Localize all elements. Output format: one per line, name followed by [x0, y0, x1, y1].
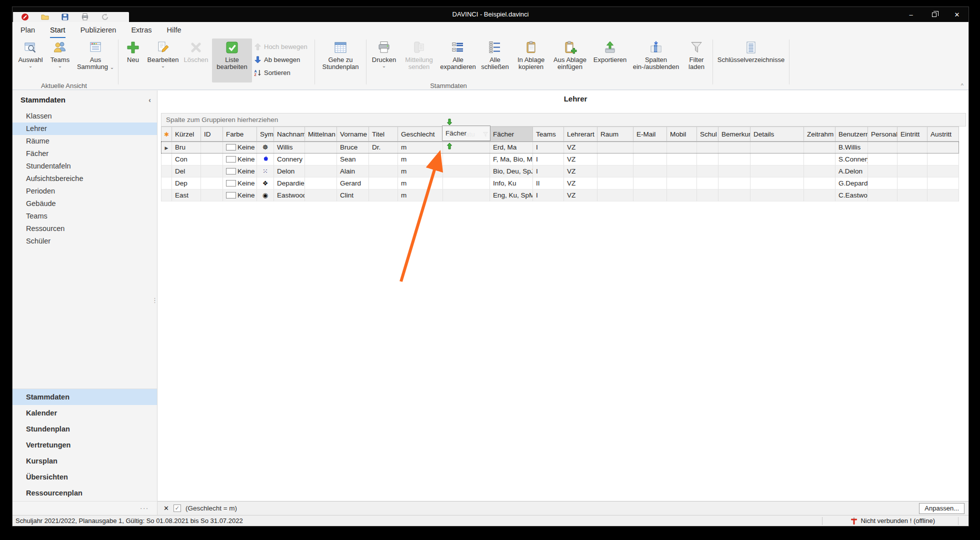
cell-nachname: Eastwood [274, 190, 305, 202]
cell-benutzername: A.Delon [836, 166, 868, 178]
table-row-con[interactable]: ConKeineConnerySeanmF, Ma, Bio, MuIVZS.C… [161, 154, 959, 166]
column-header-benutzername[interactable]: Benutzern [836, 126, 868, 142]
sidebar-item-lehrer[interactable]: Lehrer [12, 122, 157, 135]
cell-faecher: Eng, Ku, SpM [490, 190, 533, 202]
column-header-vorname[interactable]: Vorname [337, 126, 369, 142]
tab-publizieren[interactable]: Publizieren [80, 26, 116, 38]
anpassen-button[interactable]: Anpassen... [919, 503, 964, 514]
cell-email [634, 142, 667, 154]
liste-bearbeiten-button[interactable]: Liste bearbeiten [212, 38, 252, 82]
sidebar-item-klassen[interactable]: Klassen [12, 110, 157, 122]
sidebar-item-aufsichtsbereiche[interactable]: Aufsichtsbereiche [12, 172, 157, 185]
cell-benutzername: C.Eastwood [836, 190, 868, 202]
column-header-zeitrahmen[interactable]: Zeitrahm [804, 126, 836, 142]
cell-titel [369, 154, 398, 166]
bearbeiten-button[interactable]: Bearbeiten⌄ [146, 38, 180, 82]
column-header-lehrerart[interactable]: Lehrerart [564, 126, 598, 142]
clipboard-plus-icon [562, 40, 578, 55]
sidebar-collapse-icon[interactable]: ‹ [148, 96, 151, 104]
column-header-raum[interactable]: Raum [598, 126, 634, 142]
column-header-mittelname[interactable]: Mittelnan [305, 126, 337, 142]
column-header-bemerkung[interactable]: Bemerkur [718, 126, 750, 142]
cell-schul [697, 142, 718, 154]
drucken-button[interactable]: Drucken⌄ [368, 38, 400, 82]
ab-bewegen-button[interactable]: Ab bewegen [252, 54, 313, 66]
column-header-email[interactable]: E-Mail [634, 126, 667, 142]
column-header-personalnr[interactable]: Personaln [868, 126, 898, 142]
minimize-button[interactable]: – [900, 7, 922, 22]
filter-laden-button[interactable]: Filter laden [682, 38, 711, 82]
restore-button[interactable] [922, 7, 946, 22]
column-header-geschlecht[interactable]: Geschlecht [398, 126, 443, 142]
sidebar-item-teams[interactable]: Teams [12, 210, 157, 222]
ribbon-collapse-icon[interactable]: ^ [961, 82, 964, 88]
sidebar-item-ressourcen[interactable]: Ressourcen [12, 222, 157, 235]
module-nav-kalender[interactable]: Kalender [12, 405, 157, 421]
column-header-farbe[interactable]: Farbe [223, 126, 257, 142]
close-button[interactable]: ✕ [946, 7, 968, 22]
sortieren-button[interactable]: AZ Sortieren [252, 66, 313, 78]
aus-ablage-einfuegen-button[interactable]: Aus Ablage einfügen [550, 38, 590, 82]
sidebar-item-schueler[interactable]: Schüler [12, 235, 157, 248]
teams-button[interactable]: Teams⌄ [46, 38, 74, 82]
module-nav-kursplan[interactable]: Kursplan [12, 453, 157, 469]
module-nav-ressourcenplan[interactable]: Ressourcenplan [12, 485, 157, 501]
tab-extras[interactable]: Extras [131, 26, 152, 38]
group-by-bar[interactable]: Spalte zum Gruppieren hierherziehen [161, 113, 966, 126]
sidebar-item-perioden[interactable]: Perioden [12, 185, 157, 198]
timetable-grid-icon [333, 40, 348, 55]
table-row-east[interactable]: EastKeine◉EastwoodClintmEng, Ku, SpMIVZC… [161, 190, 959, 202]
in-ablage-kopieren-button[interactable]: In Ablage kopieren [512, 38, 550, 82]
column-header-kuerzel[interactable]: Kürzel [172, 126, 201, 142]
splitter-handle[interactable]: ⋮ [152, 296, 158, 304]
column-header-sym[interactable]: Sym [257, 126, 274, 142]
column-header-indicator[interactable]: ✱ [161, 126, 172, 142]
cell-bemerkung [718, 142, 750, 154]
sidebar-item-raeume[interactable]: Räume [12, 135, 157, 148]
module-nav-stundenplan[interactable]: Stundenplan [12, 421, 157, 437]
column-header-titel[interactable]: Titel [369, 126, 398, 142]
column-header-eintritt[interactable]: Eintritt [898, 126, 928, 142]
column-header-details[interactable]: Details [750, 126, 804, 142]
filter-close-icon[interactable]: ✕ [164, 504, 169, 512]
column-header-schul[interactable]: Schul [697, 126, 718, 142]
module-nav-stammdaten[interactable]: Stammdaten [12, 389, 157, 405]
cell-personalnr [868, 142, 898, 154]
module-nav-vertretungen[interactable]: Vertretungen [12, 437, 157, 453]
alle-schliessen-button[interactable]: Alle schließen [478, 38, 512, 82]
column-header-nachname[interactable]: Nachnam [274, 126, 305, 142]
cell-id [201, 154, 223, 166]
sidebar-more-icon[interactable]: ... [12, 501, 158, 515]
sidebar-item-gebaeude[interactable]: Gebäude [12, 198, 157, 210]
cell-details [750, 190, 804, 202]
tab-hilfe[interactable]: Hilfe [167, 26, 182, 38]
gehe-zu-stundenplan-button[interactable]: Gehe zu Stundenplan [316, 38, 364, 82]
sidebar-item-stundentafeln[interactable]: Stundentafeln [12, 160, 157, 172]
sidebar-item-faecher[interactable]: Fächer [12, 148, 157, 160]
auswahl-button[interactable]: Auswahl⌄ [16, 38, 46, 82]
alle-expandieren-button[interactable]: Alle expandieren [438, 38, 478, 82]
clipboard-icon [524, 40, 538, 55]
column-header-teams[interactable]: Teams [533, 126, 564, 142]
table-row-dep[interactable]: DepKeine❖DepardieuGerardmInfo, KuIIVZG.D… [161, 178, 959, 190]
exportieren-button[interactable]: Exportieren [590, 38, 630, 82]
cell-teams: I [533, 190, 564, 202]
spalten-ein-ausblenden-button[interactable]: Spalten ein-/ausblenden [630, 38, 682, 82]
column-header-faecher[interactable]: Fächer [490, 126, 533, 142]
tab-start[interactable]: Start [50, 26, 66, 38]
cell-personalnr [868, 178, 898, 190]
module-nav-uebersichten[interactable]: Übersichten [12, 469, 157, 485]
cell-austritt [928, 154, 959, 166]
aus-sammlung-button[interactable]: Aus Sammlung ⌄ [74, 38, 116, 82]
neu-button[interactable]: Neu [120, 38, 146, 82]
filter-checkbox[interactable]: ✓ [174, 504, 181, 512]
column-header-mobil[interactable]: Mobil [667, 126, 697, 142]
table-row-bru[interactable]: ▶BruKeine☸WillisBruceDr.mErd, MaIVZB.Wil… [161, 142, 959, 154]
tab-plan[interactable]: Plan [20, 26, 35, 38]
cell-vorname: Clint [337, 190, 369, 202]
table-row-del[interactable]: DelKeine⁙DelonAlainmBio, Deu, SpJIVZA.De… [161, 166, 959, 178]
cell-mittelname [305, 166, 337, 178]
column-header-austritt[interactable]: Austritt [928, 126, 959, 142]
schluesselverzeichnisse-button[interactable]: Schlüsselverzeichnisse [714, 38, 788, 82]
column-header-id[interactable]: ID [201, 126, 223, 142]
